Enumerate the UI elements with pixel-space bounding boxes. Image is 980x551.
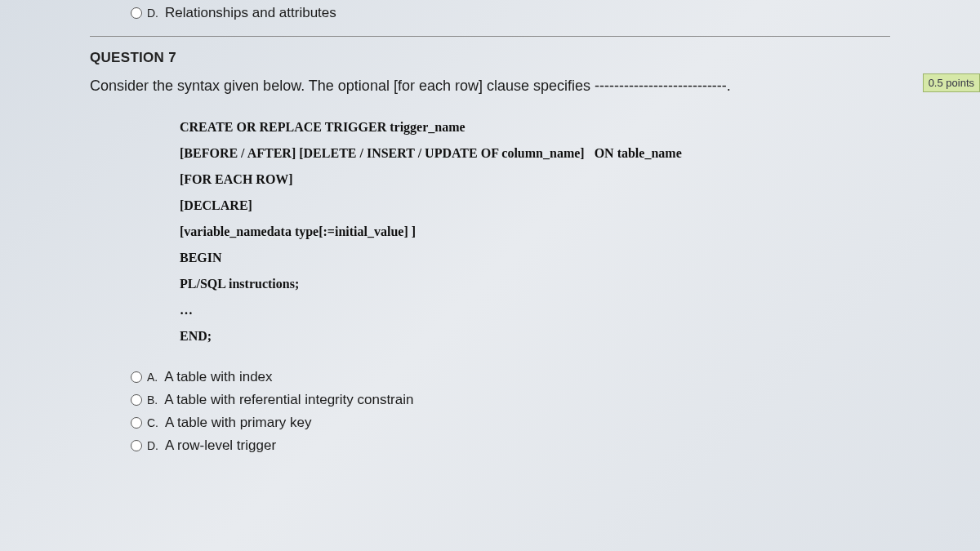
radio-icon[interactable] (131, 417, 142, 429)
question-prompt: Consider the syntax given below. The opt… (90, 78, 890, 95)
option-d[interactable]: D. A row-level trigger (131, 434, 890, 457)
option-text: A table with referential integrity const… (164, 392, 413, 408)
option-letter: D. (147, 7, 158, 20)
option-letter: A. (147, 371, 158, 384)
option-letter: C. (147, 416, 158, 429)
option-text: A row-level trigger (165, 438, 276, 454)
option-text: A table with index (164, 369, 272, 385)
option-letter: D. (147, 439, 158, 452)
code-line: [DECLARE] (180, 193, 890, 219)
points-badge: 0.5 points (923, 73, 980, 92)
option-b[interactable]: B. A table with referential integrity co… (131, 389, 890, 411)
option-c[interactable]: C. A table with primary key (131, 411, 890, 434)
code-line: [FOR EACH ROW] (180, 167, 890, 193)
code-line: … (180, 297, 890, 323)
question-number: QUESTION 7 (90, 50, 176, 66)
option-text: A table with primary key (165, 415, 312, 431)
option-letter: B. (147, 393, 158, 407)
code-line: BEGIN (180, 245, 890, 271)
code-line: [BEFORE / AFTER] [DELETE / INSERT / UPDA… (180, 140, 890, 167)
radio-icon[interactable] (131, 440, 142, 451)
code-line: END; (180, 323, 890, 349)
radio-icon[interactable] (131, 394, 142, 406)
code-line: PL/SQL instructions; (180, 271, 890, 297)
code-line: [variable_namedata type[:=initial_value]… (180, 219, 890, 245)
option-text: Relationships and attributes (165, 5, 336, 21)
quiz-page: D. Relationships and attributes QUESTION… (0, 0, 980, 482)
question-header: QUESTION 7 (90, 37, 890, 66)
code-line: CREATE OR REPLACE TRIGGER trigger_name (180, 114, 890, 140)
answer-options: A. A table with index B. A table with re… (131, 366, 890, 457)
sql-syntax-block: CREATE OR REPLACE TRIGGER trigger_name [… (180, 114, 890, 349)
radio-icon[interactable] (131, 7, 142, 19)
prev-question-option-d[interactable]: D. Relationships and attributes (90, 0, 890, 36)
option-a[interactable]: A. A table with index (131, 366, 890, 389)
radio-icon[interactable] (131, 371, 142, 383)
